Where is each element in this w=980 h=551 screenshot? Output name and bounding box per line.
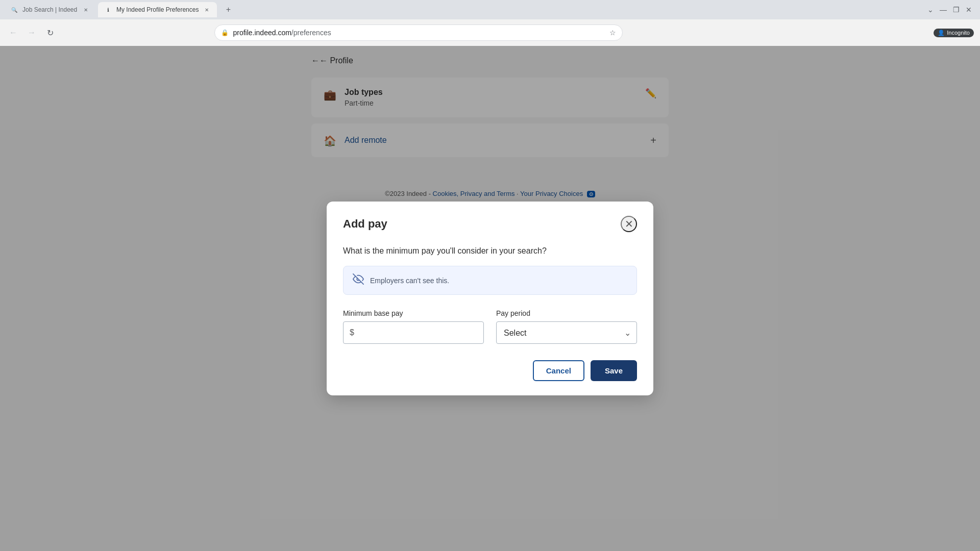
forward-button[interactable]: → xyxy=(24,26,39,40)
pay-period-label: Pay period xyxy=(496,309,637,317)
tab-favicon-preferences: ℹ xyxy=(104,6,112,14)
eye-off-icon xyxy=(353,273,364,287)
incognito-icon: 👤 xyxy=(938,30,945,36)
info-banner: Employers can't see this. xyxy=(343,266,637,295)
bookmark-icon[interactable]: ☆ xyxy=(609,29,616,37)
base-pay-field-group: Minimum base pay $ xyxy=(343,309,484,344)
window-controls: ⌄ — ❐ ✕ xyxy=(927,6,976,14)
tab-preferences[interactable]: ℹ My Indeed Profile Preferences ✕ xyxy=(98,2,217,17)
currency-input-wrapper[interactable]: $ xyxy=(343,321,484,344)
title-bar: 🔍 Job Search | Indeed ✕ ℹ My Indeed Prof… xyxy=(0,0,980,19)
incognito-label: Incognito xyxy=(947,30,970,36)
lock-icon: 🔒 xyxy=(221,29,229,36)
address-bar: ← → ↻ 🔒 profile.indeed.com/preferences ☆… xyxy=(0,19,980,46)
back-button[interactable]: ← xyxy=(6,26,20,40)
base-pay-label: Minimum base pay xyxy=(343,309,484,317)
url-bar[interactable]: 🔒 profile.indeed.com/preferences ☆ xyxy=(214,24,623,41)
url-path: /preferences xyxy=(291,29,331,37)
tab-favicon-job-search: 🔍 xyxy=(10,6,18,14)
modal-actions: Cancel Save xyxy=(343,360,637,381)
modal-close-button[interactable]: ✕ xyxy=(621,216,637,232)
info-text: Employers can't see this. xyxy=(370,277,449,285)
tab-title-preferences: My Indeed Profile Preferences xyxy=(116,6,199,13)
tab-close-job-search[interactable]: ✕ xyxy=(82,6,90,14)
pay-fields: Minimum base pay $ Pay period Select Per… xyxy=(343,309,637,344)
url-text: profile.indeed.com/preferences xyxy=(233,29,603,37)
url-domain: profile.indeed.com xyxy=(233,29,291,37)
tab-title-job-search: Job Search | Indeed xyxy=(22,6,78,13)
pay-period-select-wrapper: Select Per hour Per day Per week Per mon… xyxy=(496,321,637,344)
pay-period-select[interactable]: Select Per hour Per day Per week Per mon… xyxy=(496,321,637,344)
modal-overlay[interactable]: Add pay ✕ What is the minimum pay you'll… xyxy=(0,46,980,551)
save-button[interactable]: Save xyxy=(591,360,637,381)
refresh-button[interactable]: ↻ xyxy=(43,26,57,40)
tab-close-preferences[interactable]: ✕ xyxy=(203,6,211,14)
modal-title: Add pay xyxy=(343,217,387,231)
currency-symbol: $ xyxy=(350,328,354,337)
close-button[interactable]: ✕ xyxy=(966,6,972,14)
cancel-button[interactable]: Cancel xyxy=(533,360,584,381)
modal-header: Add pay ✕ xyxy=(343,216,637,232)
window-list-icon[interactable]: ⌄ xyxy=(927,6,934,14)
new-tab-button[interactable]: + xyxy=(221,3,235,17)
add-pay-modal: Add pay ✕ What is the minimum pay you'll… xyxy=(327,202,653,395)
pay-period-field-group: Pay period Select Per hour Per day Per w… xyxy=(496,309,637,344)
modal-question: What is the minimum pay you'll consider … xyxy=(343,246,637,256)
browser-chrome: 🔍 Job Search | Indeed ✕ ℹ My Indeed Prof… xyxy=(0,0,980,46)
base-pay-input[interactable] xyxy=(357,328,477,337)
incognito-badge: 👤 Incognito xyxy=(934,29,974,37)
maximize-button[interactable]: ❐ xyxy=(953,6,960,14)
minimize-button[interactable]: — xyxy=(940,6,947,14)
tab-job-search[interactable]: 🔍 Job Search | Indeed ✕ xyxy=(4,2,96,17)
page-content: ← ← Profile 💼 Job types Part-time ✏️ 🏠 A… xyxy=(0,46,980,551)
